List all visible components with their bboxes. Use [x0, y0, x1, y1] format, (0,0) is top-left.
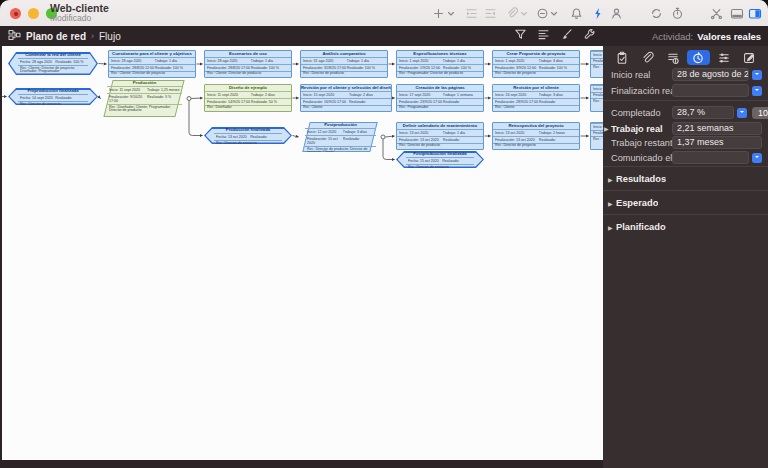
format-icon[interactable]: [537, 27, 550, 45]
indent-icon[interactable]: [465, 7, 478, 20]
breadcrumb-view-style[interactable]: Flujo: [99, 31, 121, 42]
document-status: Modificado: [50, 13, 109, 23]
section-planificado[interactable]: ▶ Planificado: [608, 221, 666, 233]
field-inicio-real: Inicio real 28 de agosto de 2020, 0:00: [611, 68, 762, 81]
notifications-bell-icon[interactable]: [570, 7, 583, 20]
diagram-node-m-start[interactable]: Comenzar la red del clienteFecha: 28 ago…: [8, 52, 98, 75]
divider: [603, 214, 768, 215]
section-label: Resultados: [616, 174, 666, 184]
node-title: Revisión por el cliente y selección del …: [301, 85, 391, 92]
diagram-node-revision-diseno[interactable]: Revisión por el cliente y selección del …: [300, 84, 392, 112]
node-title: Postproducción: [305, 122, 376, 129]
breadcrumb[interactable]: Plano de red › Flujo: [8, 26, 121, 46]
app-window: Web-cliente Modificado Plano de red: [0, 0, 768, 468]
disclosure-triangle-icon[interactable]: ▶: [604, 125, 611, 132]
inspector-panel: Inicio real 28 de agosto de 2020, 0:00 F…: [603, 46, 768, 468]
diagram-node-revision-cliente[interactable]: Revisión por el clienteInicio: 24 sept 2…: [492, 84, 580, 112]
inspector-tabs: [610, 49, 761, 66]
tab-settings sliders-icon[interactable]: [712, 50, 735, 65]
completado-value[interactable]: 28,7 %: [672, 106, 734, 119]
diagram-node-escenarios[interactable]: Escenarios de usoInicio: 28 ago 2020Trab…: [204, 50, 292, 78]
breadcrumb-view-name[interactable]: Plano de red: [26, 31, 86, 42]
add-icon[interactable]: [432, 7, 445, 20]
node-title: Especificaciones técnicas: [397, 51, 483, 58]
tab-attachments paperclip-icon[interactable]: [636, 50, 659, 65]
completado-dropdown-button[interactable]: [737, 108, 747, 118]
trabajo-restante-value[interactable]: 1,37 meses: [672, 136, 762, 149]
diagram-node-propuesta[interactable]: Crear Propuesta de proyectoInicio: 1 sep…: [492, 50, 580, 78]
tab-notes pencil-square-icon[interactable]: [738, 50, 761, 65]
chevron-down-icon[interactable]: [520, 7, 528, 20]
section-label: Planificado: [616, 222, 666, 232]
tab-actual-values clock-rotate-icon[interactable]: [687, 50, 710, 65]
settings-wrench-icon[interactable]: [583, 27, 596, 45]
network-canvas[interactable]: Comenzar la red del clienteFecha: 28 ago…: [2, 46, 603, 460]
divider: [603, 100, 768, 101]
diagram-node-postproduccion[interactable]: PostproducciónInicio: 12 oct 2020Trabajo…: [300, 122, 380, 152]
document-title: Web-cliente: [50, 3, 109, 13]
panel-bottom-icon[interactable]: [730, 7, 744, 20]
divider: [603, 190, 768, 191]
diagram-node-produccion[interactable]: ProducciónInicio: 11 sept 2020Trabajo: 1…: [102, 80, 186, 117]
trabajo-real-value[interactable]: 2,21 semanas: [672, 122, 762, 135]
diagram-node-cut2[interactable]: Inicio: Trabajo: Finalización: Realizado…: [590, 84, 603, 112]
breadcrumb-separator: ›: [91, 31, 94, 41]
field-trabajo-real: ▶ Trabajo real 2,21 semanas: [604, 122, 762, 135]
conflicts-bolt-icon[interactable]: [592, 7, 603, 20]
style-brush-icon[interactable]: [560, 27, 573, 45]
finalizacion-real-dropdown-button[interactable]: [752, 86, 762, 96]
minimize-window-button[interactable]: [28, 8, 39, 19]
attachment-icon[interactable]: [505, 7, 518, 20]
chevron-down-icon[interactable]: [550, 7, 558, 20]
node-title: Cuestionario para el cliente y objetivos: [109, 51, 195, 58]
diagram-node-m-preprod[interactable]: Preproducción finalizadaFecha: 14 sept 2…: [8, 88, 98, 105]
disclosure-triangle-icon[interactable]: ▶: [608, 176, 616, 183]
inicio-real-dropdown-button[interactable]: [752, 70, 762, 80]
field-label: Trabajo restante: [611, 138, 672, 148]
node-title: Producción finalizada: [214, 127, 282, 134]
resources-person-icon[interactable]: [610, 7, 623, 20]
diagram-node-retrospectiva[interactable]: Retrospectiva del proyectoInicio: 13 oct…: [492, 122, 580, 150]
disclosure-triangle-icon[interactable]: ▶: [608, 224, 616, 231]
diagram-node-especificaciones[interactable]: Especificaciones técnicasInicio: 1 sept …: [396, 50, 484, 78]
view-options: [514, 26, 596, 46]
diagram-node-m-postprod-fin[interactable]: Postproducción finalizadaFecha: 15 oct 2…: [396, 151, 484, 168]
activity-value: Valores reales: [697, 31, 761, 42]
sync-icon[interactable]: [650, 7, 663, 20]
diagram-node-cut1[interactable]: Inicio: Trabajo: Finalización: Realizado…: [590, 50, 603, 78]
diagram-node-calendario[interactable]: Definir calendario de mantenimientoInici…: [396, 122, 484, 150]
disclosure-triangle-icon[interactable]: ▶: [608, 200, 616, 207]
tab-finances list-coin-icon[interactable]: [661, 50, 684, 65]
outdent-icon[interactable]: [484, 7, 497, 20]
section-esperado[interactable]: ▶ Esperado: [608, 197, 658, 209]
diagram-node-analisis[interactable]: Análisis comparativoInicio: 31 ago 2020T…: [300, 50, 388, 78]
node-title: Creación de las páginas: [397, 85, 483, 92]
diagram-node-cuestionario[interactable]: Cuestionario para el cliente y objetivos…: [108, 50, 196, 78]
filter-icon[interactable]: [514, 27, 527, 45]
comunicado-el-dropdown-button[interactable]: [752, 153, 762, 163]
tab-general clipboard-check-icon[interactable]: [610, 50, 633, 65]
diagram-node-cut3[interactable]: Inicio: Trabajo: Finalización: Realizado…: [590, 122, 603, 150]
panel-right-icon[interactable]: [748, 7, 762, 20]
inspector-context: Actividad: Valores reales: [652, 26, 761, 46]
node-title: Revisión por el cliente: [493, 85, 579, 92]
stopwatch-icon[interactable]: [671, 7, 684, 20]
node-title: Preproducción finalizada: [18, 88, 88, 95]
diagram-node-m-prod-fin[interactable]: Producción finalizadaFecha: 13 oct 2020R…: [204, 127, 292, 144]
diagram-node-creacion[interactable]: Creación de las páginasInicio: 17 sept 2…: [396, 84, 484, 112]
cut-scissors-icon[interactable]: [710, 7, 723, 20]
section-resultados[interactable]: ▶ Resultados: [608, 173, 666, 185]
diagram-node-diseno[interactable]: Diseño de ejemploInicio: 11 sept 2020Tra…: [204, 84, 292, 112]
inicio-real-value[interactable]: 28 de agosto de 2020, 0:00: [672, 68, 749, 81]
comunicado-el-value[interactable]: [672, 151, 749, 164]
activity-label: Actividad:: [652, 31, 693, 42]
completado-100-button[interactable]: 100 %: [752, 107, 768, 119]
status-circle-icon[interactable]: [536, 7, 549, 20]
finalizacion-real-value[interactable]: [672, 84, 749, 97]
field-trabajo-restante: Trabajo restante 1,37 meses: [611, 136, 762, 149]
document-title-block: Web-cliente Modificado: [50, 3, 109, 23]
node-title: Definir calendario de mantenimiento: [397, 123, 483, 130]
close-window-button[interactable]: [10, 8, 21, 19]
chevron-down-icon[interactable]: [447, 7, 455, 20]
network-view-icon: [8, 27, 21, 45]
